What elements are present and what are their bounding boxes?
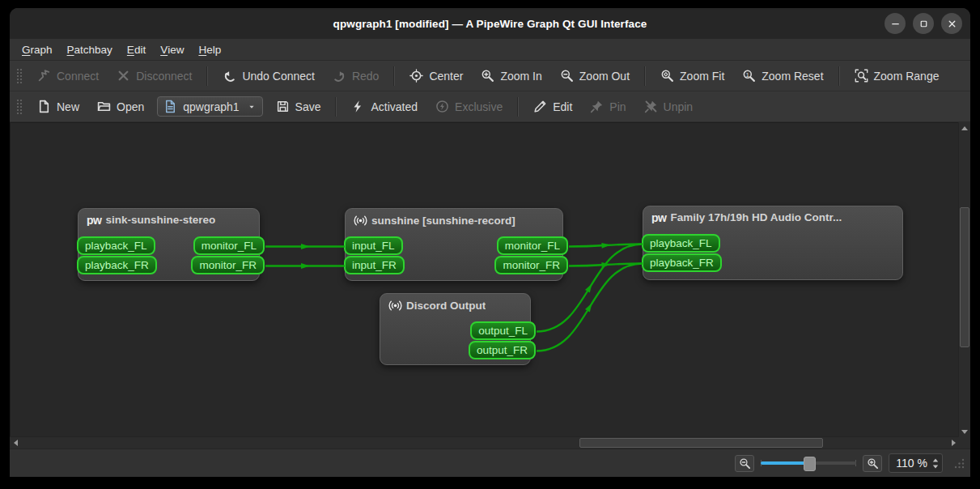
zoom-in-button[interactable] — [863, 455, 882, 472]
toolbar-item-label: Undo Connect — [242, 70, 315, 83]
connect-button[interactable]: Connect — [29, 65, 107, 87]
toolbar-handle[interactable] — [15, 67, 22, 85]
node-family[interactable]: pwFamily 17h/19h HD Audio Contr...playba… — [643, 206, 903, 280]
toolbar-separator — [206, 66, 208, 86]
maximize-icon — [918, 19, 929, 29]
pin-button[interactable]: Pin — [582, 96, 634, 117]
node-sink[interactable]: pwsink-sunshine-stereoplayback_FLplaybac… — [78, 208, 260, 281]
menu-view[interactable]: View — [153, 39, 191, 60]
titlebar[interactable]: qpwgraph1 [modified] — A PipeWire Graph … — [10, 8, 970, 39]
scroll-right-arrow[interactable] — [948, 437, 959, 449]
toolbar-separator — [335, 97, 337, 117]
toolbar-item-label: Center — [429, 70, 463, 83]
horizontal-scrollbar-thumb[interactable] — [579, 438, 823, 448]
open-folder-icon — [97, 100, 111, 113]
canvas-area: pwsink-sunshine-stereoplayback_FLplaybac… — [10, 122, 970, 449]
disconnect-button[interactable]: Disconnect — [108, 65, 200, 87]
scroll-left-arrow[interactable] — [10, 437, 21, 449]
zoom-reset-button[interactable]: 1Zoom Reset — [734, 65, 831, 87]
node-discord[interactable]: Discord Outputoutput_FLoutput_FR — [380, 293, 531, 365]
graph-canvas[interactable]: pwsink-sunshine-stereoplayback_FLplaybac… — [10, 122, 959, 437]
scroll-down-arrow[interactable] — [959, 426, 970, 437]
port-monitor_FR[interactable]: monitor_FR — [494, 256, 568, 274]
zoom-slider[interactable] — [761, 456, 856, 470]
port-playback_FL[interactable]: playback_FL — [77, 236, 155, 255]
node-title: Family 17h/19h HD Audio Contr... — [670, 211, 842, 223]
menu-patchbay[interactable]: Patchbay — [60, 39, 120, 60]
zoom-in-button[interactable]: Zoom In — [473, 65, 549, 87]
port-playback_FR[interactable]: playback_FR — [77, 256, 157, 274]
center-button[interactable]: Center — [401, 65, 471, 87]
save-button[interactable]: Save — [268, 96, 329, 117]
edit-button[interactable]: Edit — [525, 96, 580, 117]
edge-arrow — [585, 303, 592, 312]
unpin-button[interactable]: Unpin — [636, 96, 702, 117]
activated-button[interactable]: Activated — [343, 96, 426, 117]
zoom-out-button[interactable] — [735, 455, 754, 472]
toolbar-item-label: Disconnect — [136, 70, 192, 83]
exclusive-button[interactable]: Exclusive — [427, 96, 511, 117]
vertical-scrollbar[interactable] — [958, 122, 970, 437]
toolbar-item-label: Zoom Fit — [680, 70, 724, 83]
maximize-button[interactable] — [913, 13, 934, 34]
stream-icon — [388, 299, 402, 313]
zoom-out-button[interactable]: Zoom Out — [552, 65, 638, 87]
port-monitor_FL[interactable]: monitor_FL — [497, 236, 568, 255]
toolbar-separator — [517, 97, 519, 117]
node-sunshine[interactable]: sunshine [sunshine-record]input_FLinput_… — [345, 208, 563, 281]
close-button[interactable] — [941, 13, 962, 34]
node-header[interactable]: Discord Output — [380, 294, 530, 313]
port-playback_FR[interactable]: playback_FR — [642, 253, 722, 272]
node-header[interactable]: sunshine [sunshine-record] — [346, 209, 562, 227]
resize-grip[interactable] — [952, 457, 965, 470]
toolbar-item-label: Zoom Range — [874, 70, 940, 83]
port-output_FR[interactable]: output_FR — [469, 341, 536, 359]
toolbar-handle[interactable] — [15, 98, 22, 116]
menu-edit[interactable]: Edit — [120, 39, 153, 60]
port-monitor_FR[interactable]: monitor_FR — [191, 256, 265, 274]
zoom-out-icon — [739, 457, 751, 470]
toolbar-item-label: Redo — [352, 70, 379, 83]
toolbar-item-label: Exclusive — [455, 100, 503, 113]
open-button[interactable]: Open — [89, 96, 152, 117]
toolbar-item-label: Save — [295, 100, 321, 113]
minimize-button[interactable] — [885, 13, 906, 34]
port-monitor_FL[interactable]: monitor_FL — [193, 236, 265, 255]
new-button[interactable]: New — [29, 96, 87, 117]
menu-help[interactable]: Help — [191, 39, 228, 60]
statusbar: 110 % — [10, 449, 970, 477]
spin-up-arrow[interactable] — [933, 458, 938, 461]
edge-arrow — [601, 262, 610, 268]
port-input_FR[interactable]: input_FR — [344, 256, 405, 274]
chevron-down-icon — [247, 102, 257, 112]
toolbar-item-label: Zoom Reset — [762, 70, 823, 83]
port-playback_FL[interactable]: playback_FL — [642, 234, 720, 253]
port-input_FL[interactable]: input_FL — [344, 236, 403, 255]
horizontal-scrollbar[interactable] — [10, 436, 959, 449]
toolbar-separator — [838, 66, 840, 86]
connection-edge[interactable] — [569, 244, 643, 247]
scroll-up-arrow[interactable] — [959, 122, 970, 134]
zoom-slider-handle[interactable] — [804, 457, 816, 471]
connection-edge[interactable] — [569, 264, 643, 266]
window-controls — [885, 13, 962, 34]
undo-connect-button[interactable]: Undo Connect — [214, 65, 323, 87]
node-title: sunshine [sunshine-record] — [371, 215, 515, 227]
patchbay-profile-dropdown[interactable]: qpwgraph1 — [157, 96, 262, 117]
vertical-scrollbar-thumb[interactable] — [960, 207, 969, 347]
node-header[interactable]: pwsink-sunshine-stereo — [78, 209, 259, 226]
toolbar-item-label: New — [57, 100, 79, 113]
toolbar-item-label: qpwgraph1 — [183, 100, 239, 113]
zoom-fit-button[interactable]: Zoom Fit — [652, 65, 732, 87]
edge-arrow — [585, 283, 592, 292]
menu-graph[interactable]: Graph — [15, 39, 60, 60]
spin-down-arrow[interactable] — [933, 465, 938, 468]
port-output_FL[interactable]: output_FL — [470, 321, 536, 340]
menubar: GraphPatchbayEditViewHelp — [10, 39, 970, 61]
close-icon — [947, 19, 957, 29]
zoom-range-button[interactable]: Zoom Range — [846, 65, 948, 87]
node-header[interactable]: pwFamily 17h/19h HD Audio Contr... — [643, 206, 902, 223]
exclusive-icon — [435, 100, 449, 113]
zoom-spinbox[interactable]: 110 % — [889, 453, 943, 473]
redo-button[interactable]: Redo — [325, 65, 387, 87]
